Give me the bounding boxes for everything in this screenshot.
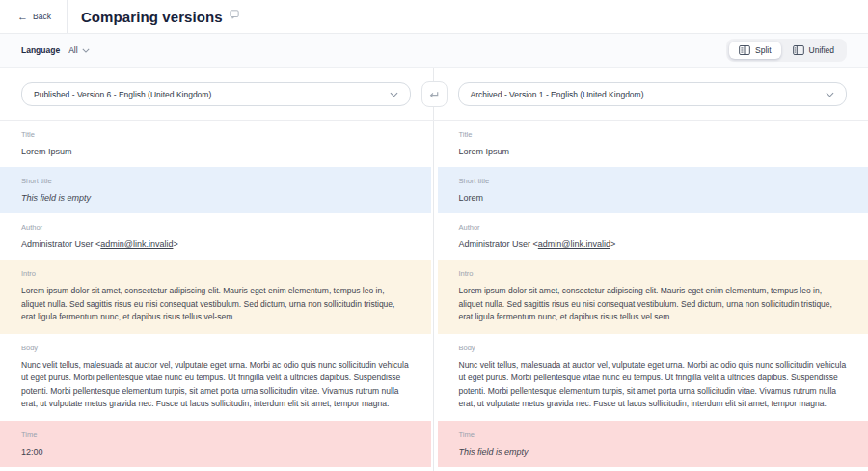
field-time-left: Time12:00	[0, 421, 431, 467]
field-label: Body	[459, 344, 848, 352]
field-author-right: AuthorAdministrator User <admin@link.inv…	[438, 213, 868, 260]
toolbar: Language All Split	[0, 34, 868, 68]
field-label: Intro	[459, 269, 848, 278]
field-title-right: TitleLorem Ipsum	[438, 121, 868, 167]
language-value: All	[68, 45, 77, 55]
field-comparison-grid: TitleLorem IpsumTitleLorem IpsumShort ti…	[0, 120, 868, 467]
field-short-title-right: Short titleLorem	[438, 167, 868, 213]
field-value-text: Administrator User <	[21, 239, 100, 249]
left-version-value: Published - Version 6 - English (United …	[34, 90, 211, 99]
unified-view-button[interactable]: Unified	[783, 42, 844, 59]
comment-icon	[230, 10, 239, 19]
field-label: Time	[21, 430, 410, 439]
language-group: Language All	[21, 45, 90, 55]
field-value: Lorem Ipsum	[459, 146, 848, 157]
version-selectors: Published - Version 6 - English (United …	[0, 68, 868, 120]
field-time-right: TimeThis field is empty	[438, 421, 868, 467]
field-short-title-left: Short titleThis field is empty	[0, 167, 431, 213]
field-value: This field is empty	[21, 192, 410, 204]
field-value: Nunc velit tellus, malesuada at auctor v…	[459, 359, 848, 411]
field-label: Author	[21, 223, 410, 232]
back-button[interactable]: ← Back	[12, 8, 57, 26]
field-value: Nunc velit tellus, malesuada at auctor v…	[21, 359, 410, 411]
field-value: This field is empty	[459, 446, 848, 457]
field-value-text: >	[173, 239, 177, 249]
chevron-down-icon	[826, 92, 834, 97]
unified-view-label: Unified	[809, 45, 834, 55]
left-version-select[interactable]: Published - Version 6 - English (United …	[21, 82, 411, 106]
field-label: Time	[459, 430, 848, 439]
split-view-button[interactable]: Split	[729, 42, 781, 59]
right-version-select[interactable]: Archived - Version 1 - English (United K…	[458, 82, 848, 106]
author-email-link[interactable]: admin@link.invalid	[100, 239, 173, 249]
field-intro-left: IntroLorem ipsum dolor sit amet, consect…	[0, 260, 431, 334]
language-label: Language	[21, 45, 60, 55]
field-author-left: AuthorAdministrator User <admin@link.inv…	[0, 213, 431, 260]
back-arrow-icon: ←	[17, 12, 28, 22]
right-version-value: Archived - Version 1 - English (United K…	[471, 90, 644, 99]
field-label: Body	[21, 344, 410, 352]
header-divider	[67, 0, 68, 33]
field-value: Lorem ipsum dolor sit amet, consectetur …	[21, 285, 410, 324]
swap-versions-button[interactable]	[421, 81, 448, 107]
split-view-label: Split	[755, 45, 772, 55]
swap-arrow-icon	[428, 90, 440, 99]
view-mode-toggle: Split Unified	[726, 39, 847, 62]
language-dropdown[interactable]: All	[68, 45, 89, 55]
split-view-icon	[739, 45, 750, 55]
field-body-right: BodyNunc velit tellus, malesuada at auct…	[438, 334, 868, 421]
field-value: 12:00	[21, 446, 410, 457]
field-intro-right: IntroLorem ipsum dolor sit amet, consect…	[438, 260, 868, 334]
field-label: Short title	[21, 177, 410, 185]
field-label: Author	[459, 223, 848, 232]
field-label: Title	[459, 130, 848, 139]
top-header: ← Back Comparing versions	[0, 0, 868, 34]
compare-content: Published - Version 6 - English (United …	[0, 68, 868, 471]
field-value: Administrator User <admin@link.invalid>	[21, 238, 410, 250]
chevron-down-icon	[82, 48, 90, 53]
field-value-text: >	[610, 239, 615, 249]
field-value: Lorem Ipsum	[21, 146, 410, 157]
field-body-left: BodyNunc velit tellus, malesuada at auct…	[0, 334, 431, 421]
field-label: Intro	[21, 269, 410, 278]
field-value: Lorem	[459, 192, 848, 204]
field-value: Administrator User <admin@link.invalid>	[459, 238, 848, 250]
page-title: Comparing versions	[81, 9, 223, 25]
field-label: Short title	[459, 177, 848, 185]
field-value-text: Administrator User <	[459, 239, 538, 249]
back-label: Back	[33, 12, 51, 21]
chevron-down-icon	[390, 92, 398, 97]
field-title-left: TitleLorem Ipsum	[0, 121, 431, 167]
author-email-link[interactable]: admin@link.invalid	[538, 239, 610, 249]
field-label: Title	[21, 130, 410, 139]
field-value: Lorem ipsum dolor sit amet, consectetur …	[459, 285, 848, 324]
unified-view-icon	[793, 45, 804, 55]
